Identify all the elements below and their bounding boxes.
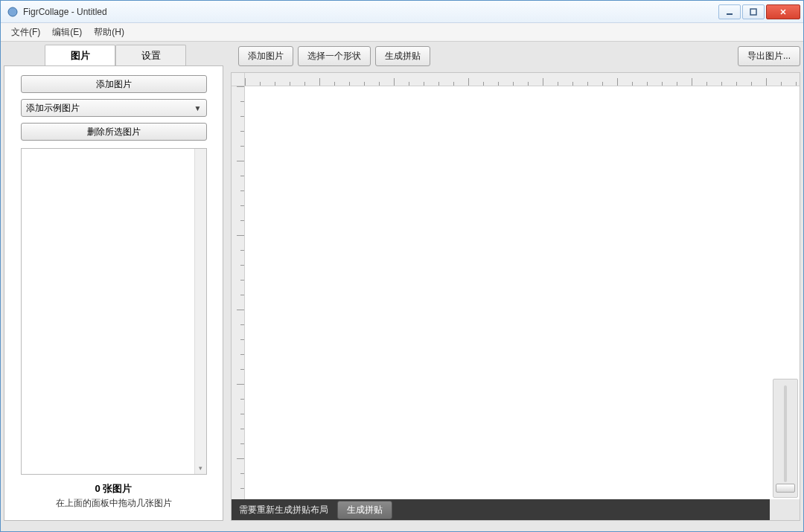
- image-hint-label: 在上面的面板中拖动几张图片: [12, 497, 215, 514]
- window-controls: [718, 4, 800, 19]
- minimize-button[interactable]: [718, 4, 741, 19]
- left-tabs: 图片 设置: [45, 45, 223, 65]
- zoom-thumb[interactable]: [776, 484, 795, 493]
- title-bar: FigrCollage - Untitled: [1, 1, 803, 23]
- ruler-vertical: [232, 86, 245, 499]
- zoom-slider[interactable]: [773, 379, 798, 498]
- list-scrollbar[interactable]: ▾: [194, 149, 206, 474]
- maximize-button[interactable]: [742, 4, 765, 19]
- image-count-label: 0 张图片: [12, 479, 215, 497]
- ruler-horizontal: [245, 73, 800, 86]
- chevron-down-icon: ▼: [194, 104, 202, 112]
- panel-add-images-button[interactable]: 添加图片: [21, 75, 207, 93]
- ruler-corner: [232, 73, 245, 86]
- app-icon: [7, 6, 19, 18]
- top-buttons: 添加图片 选择一个形状 生成拼贴: [238, 45, 430, 66]
- image-list[interactable]: ▾: [21, 148, 207, 475]
- menu-bar: 文件(F) 编辑(E) 帮助(H): [1, 23, 803, 41]
- panel-add-samples-dropdown[interactable]: 添加示例图片 ▼: [21, 99, 207, 117]
- scroll-down-icon: ▾: [195, 462, 206, 474]
- menu-help[interactable]: 帮助(H): [88, 24, 130, 41]
- status-bar: 需要重新生成拼贴布局 生成拼贴: [232, 499, 770, 520]
- app-window: FigrCollage - Untitled 文件(F) 编辑(E) 帮助(H)…: [0, 0, 804, 532]
- zoom-track: [784, 385, 787, 482]
- canvas-wrap: 需要重新生成拼贴布局 生成拼贴: [231, 72, 800, 521]
- menu-edit[interactable]: 编辑(E): [46, 24, 88, 41]
- bottom-strip: [4, 521, 800, 528]
- toolbar-row: 图片 设置 添加图片 选择一个形状 生成拼贴 导出图片...: [4, 45, 800, 66]
- export-area: 导出图片...: [738, 45, 800, 66]
- main-row: 添加图片 添加示例图片 ▼ 删除所选图片 ▾ 0 张图片 在上面的面板中拖动几张…: [4, 66, 800, 521]
- add-images-button[interactable]: 添加图片: [238, 46, 293, 66]
- window-title: FigrCollage - Untitled: [23, 7, 718, 17]
- close-button[interactable]: [766, 4, 800, 19]
- client-area: 图片 设置 添加图片 选择一个形状 生成拼贴 导出图片... 添加图片 添加示例…: [1, 41, 803, 531]
- tab-settings[interactable]: 设置: [115, 45, 186, 65]
- export-image-button[interactable]: 导出图片...: [738, 46, 800, 66]
- canvas-area: 需要重新生成拼贴布局 生成拼贴: [231, 66, 800, 521]
- generate-collage-button[interactable]: 生成拼贴: [375, 46, 430, 66]
- canvas[interactable]: [245, 86, 800, 499]
- svg-rect-2: [750, 9, 756, 15]
- dropdown-label: 添加示例图片: [26, 102, 80, 115]
- left-panel: 添加图片 添加示例图片 ▼ 删除所选图片 ▾ 0 张图片 在上面的面板中拖动几张…: [4, 65, 223, 521]
- svg-point-0: [8, 7, 17, 16]
- status-message: 需要重新生成拼贴布局: [239, 504, 328, 516]
- svg-rect-1: [727, 13, 733, 15]
- status-generate-button[interactable]: 生成拼贴: [337, 501, 392, 519]
- menu-file[interactable]: 文件(F): [5, 24, 46, 41]
- tab-images[interactable]: 图片: [45, 45, 115, 65]
- select-shape-button[interactable]: 选择一个形状: [298, 46, 371, 66]
- panel-delete-selected-button[interactable]: 删除所选图片: [21, 123, 207, 141]
